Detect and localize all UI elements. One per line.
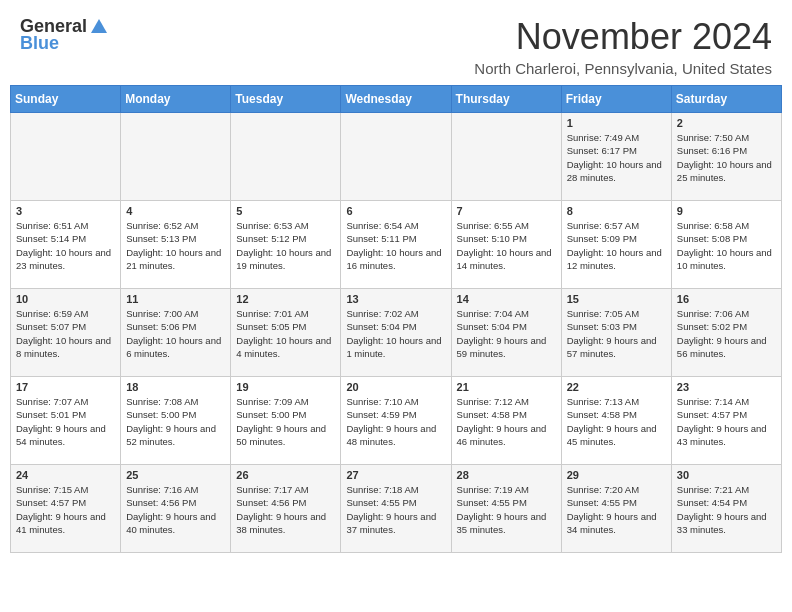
- day-info: Sunrise: 6:58 AM Sunset: 5:08 PM Dayligh…: [677, 219, 776, 272]
- day-info: Sunrise: 6:59 AM Sunset: 5:07 PM Dayligh…: [16, 307, 115, 360]
- logo-blue-text: Blue: [20, 33, 59, 54]
- calendar-cell: 7Sunrise: 6:55 AM Sunset: 5:10 PM Daylig…: [451, 201, 561, 289]
- day-number: 6: [346, 205, 445, 217]
- calendar-cell: 11Sunrise: 7:00 AM Sunset: 5:06 PM Dayli…: [121, 289, 231, 377]
- day-info: Sunrise: 7:05 AM Sunset: 5:03 PM Dayligh…: [567, 307, 666, 360]
- calendar-cell: 20Sunrise: 7:10 AM Sunset: 4:59 PM Dayli…: [341, 377, 451, 465]
- day-header-sunday: Sunday: [11, 86, 121, 113]
- calendar-cell: 28Sunrise: 7:19 AM Sunset: 4:55 PM Dayli…: [451, 465, 561, 553]
- day-header-thursday: Thursday: [451, 86, 561, 113]
- logo: General Blue: [20, 16, 109, 54]
- day-number: 8: [567, 205, 666, 217]
- calendar-week-2: 3Sunrise: 6:51 AM Sunset: 5:14 PM Daylig…: [11, 201, 782, 289]
- day-info: Sunrise: 6:54 AM Sunset: 5:11 PM Dayligh…: [346, 219, 445, 272]
- day-number: 14: [457, 293, 556, 305]
- day-number: 23: [677, 381, 776, 393]
- day-number: 30: [677, 469, 776, 481]
- day-info: Sunrise: 7:14 AM Sunset: 4:57 PM Dayligh…: [677, 395, 776, 448]
- logo-icon: [89, 17, 109, 37]
- day-info: Sunrise: 7:00 AM Sunset: 5:06 PM Dayligh…: [126, 307, 225, 360]
- day-info: Sunrise: 7:12 AM Sunset: 4:58 PM Dayligh…: [457, 395, 556, 448]
- day-number: 12: [236, 293, 335, 305]
- calendar-cell: 13Sunrise: 7:02 AM Sunset: 5:04 PM Dayli…: [341, 289, 451, 377]
- day-number: 15: [567, 293, 666, 305]
- day-number: 4: [126, 205, 225, 217]
- day-number: 7: [457, 205, 556, 217]
- calendar-cell: 14Sunrise: 7:04 AM Sunset: 5:04 PM Dayli…: [451, 289, 561, 377]
- day-info: Sunrise: 7:13 AM Sunset: 4:58 PM Dayligh…: [567, 395, 666, 448]
- calendar-cell: 2Sunrise: 7:50 AM Sunset: 6:16 PM Daylig…: [671, 113, 781, 201]
- day-number: 11: [126, 293, 225, 305]
- calendar-cell: 27Sunrise: 7:18 AM Sunset: 4:55 PM Dayli…: [341, 465, 451, 553]
- calendar-cell: 4Sunrise: 6:52 AM Sunset: 5:13 PM Daylig…: [121, 201, 231, 289]
- day-header-tuesday: Tuesday: [231, 86, 341, 113]
- day-number: 3: [16, 205, 115, 217]
- calendar-week-3: 10Sunrise: 6:59 AM Sunset: 5:07 PM Dayli…: [11, 289, 782, 377]
- day-info: Sunrise: 6:53 AM Sunset: 5:12 PM Dayligh…: [236, 219, 335, 272]
- calendar-cell: 29Sunrise: 7:20 AM Sunset: 4:55 PM Dayli…: [561, 465, 671, 553]
- day-number: 24: [16, 469, 115, 481]
- day-info: Sunrise: 7:17 AM Sunset: 4:56 PM Dayligh…: [236, 483, 335, 536]
- calendar-cell: [11, 113, 121, 201]
- calendar-cell: 6Sunrise: 6:54 AM Sunset: 5:11 PM Daylig…: [341, 201, 451, 289]
- day-info: Sunrise: 7:08 AM Sunset: 5:00 PM Dayligh…: [126, 395, 225, 448]
- calendar-cell: 18Sunrise: 7:08 AM Sunset: 5:00 PM Dayli…: [121, 377, 231, 465]
- calendar-cell: 16Sunrise: 7:06 AM Sunset: 5:02 PM Dayli…: [671, 289, 781, 377]
- day-info: Sunrise: 7:01 AM Sunset: 5:05 PM Dayligh…: [236, 307, 335, 360]
- location-text: North Charleroi, Pennsylvania, United St…: [474, 60, 772, 77]
- calendar-cell: 8Sunrise: 6:57 AM Sunset: 5:09 PM Daylig…: [561, 201, 671, 289]
- calendar-cell: 26Sunrise: 7:17 AM Sunset: 4:56 PM Dayli…: [231, 465, 341, 553]
- calendar-cell: 3Sunrise: 6:51 AM Sunset: 5:14 PM Daylig…: [11, 201, 121, 289]
- calendar-cell: 19Sunrise: 7:09 AM Sunset: 5:00 PM Dayli…: [231, 377, 341, 465]
- calendar-cell: 24Sunrise: 7:15 AM Sunset: 4:57 PM Dayli…: [11, 465, 121, 553]
- day-info: Sunrise: 7:09 AM Sunset: 5:00 PM Dayligh…: [236, 395, 335, 448]
- calendar-cell: 10Sunrise: 6:59 AM Sunset: 5:07 PM Dayli…: [11, 289, 121, 377]
- day-number: 5: [236, 205, 335, 217]
- calendar-week-1: 1Sunrise: 7:49 AM Sunset: 6:17 PM Daylig…: [11, 113, 782, 201]
- svg-marker-0: [91, 19, 107, 33]
- day-number: 25: [126, 469, 225, 481]
- calendar-week-5: 24Sunrise: 7:15 AM Sunset: 4:57 PM Dayli…: [11, 465, 782, 553]
- header-row: SundayMondayTuesdayWednesdayThursdayFrid…: [11, 86, 782, 113]
- day-header-wednesday: Wednesday: [341, 86, 451, 113]
- title-section: November 2024 North Charleroi, Pennsylva…: [474, 16, 772, 77]
- calendar-cell: 17Sunrise: 7:07 AM Sunset: 5:01 PM Dayli…: [11, 377, 121, 465]
- day-number: 20: [346, 381, 445, 393]
- day-info: Sunrise: 7:06 AM Sunset: 5:02 PM Dayligh…: [677, 307, 776, 360]
- day-info: Sunrise: 7:20 AM Sunset: 4:55 PM Dayligh…: [567, 483, 666, 536]
- calendar: SundayMondayTuesdayWednesdayThursdayFrid…: [0, 85, 792, 563]
- day-info: Sunrise: 7:16 AM Sunset: 4:56 PM Dayligh…: [126, 483, 225, 536]
- calendar-cell: 22Sunrise: 7:13 AM Sunset: 4:58 PM Dayli…: [561, 377, 671, 465]
- day-number: 27: [346, 469, 445, 481]
- day-info: Sunrise: 7:18 AM Sunset: 4:55 PM Dayligh…: [346, 483, 445, 536]
- day-info: Sunrise: 7:10 AM Sunset: 4:59 PM Dayligh…: [346, 395, 445, 448]
- day-number: 28: [457, 469, 556, 481]
- day-info: Sunrise: 6:57 AM Sunset: 5:09 PM Dayligh…: [567, 219, 666, 272]
- day-number: 22: [567, 381, 666, 393]
- day-number: 1: [567, 117, 666, 129]
- day-number: 18: [126, 381, 225, 393]
- calendar-table: SundayMondayTuesdayWednesdayThursdayFrid…: [10, 85, 782, 553]
- calendar-cell: 25Sunrise: 7:16 AM Sunset: 4:56 PM Dayli…: [121, 465, 231, 553]
- day-number: 26: [236, 469, 335, 481]
- calendar-cell: 21Sunrise: 7:12 AM Sunset: 4:58 PM Dayli…: [451, 377, 561, 465]
- calendar-cell: 30Sunrise: 7:21 AM Sunset: 4:54 PM Dayli…: [671, 465, 781, 553]
- day-info: Sunrise: 6:52 AM Sunset: 5:13 PM Dayligh…: [126, 219, 225, 272]
- day-header-monday: Monday: [121, 86, 231, 113]
- day-info: Sunrise: 7:15 AM Sunset: 4:57 PM Dayligh…: [16, 483, 115, 536]
- calendar-cell: 1Sunrise: 7:49 AM Sunset: 6:17 PM Daylig…: [561, 113, 671, 201]
- calendar-cell: [231, 113, 341, 201]
- day-info: Sunrise: 7:21 AM Sunset: 4:54 PM Dayligh…: [677, 483, 776, 536]
- day-header-saturday: Saturday: [671, 86, 781, 113]
- calendar-cell: 23Sunrise: 7:14 AM Sunset: 4:57 PM Dayli…: [671, 377, 781, 465]
- calendar-cell: 5Sunrise: 6:53 AM Sunset: 5:12 PM Daylig…: [231, 201, 341, 289]
- day-number: 2: [677, 117, 776, 129]
- calendar-cell: 15Sunrise: 7:05 AM Sunset: 5:03 PM Dayli…: [561, 289, 671, 377]
- day-number: 16: [677, 293, 776, 305]
- calendar-cell: 9Sunrise: 6:58 AM Sunset: 5:08 PM Daylig…: [671, 201, 781, 289]
- day-number: 29: [567, 469, 666, 481]
- day-info: Sunrise: 6:55 AM Sunset: 5:10 PM Dayligh…: [457, 219, 556, 272]
- day-number: 13: [346, 293, 445, 305]
- calendar-cell: 12Sunrise: 7:01 AM Sunset: 5:05 PM Dayli…: [231, 289, 341, 377]
- day-number: 21: [457, 381, 556, 393]
